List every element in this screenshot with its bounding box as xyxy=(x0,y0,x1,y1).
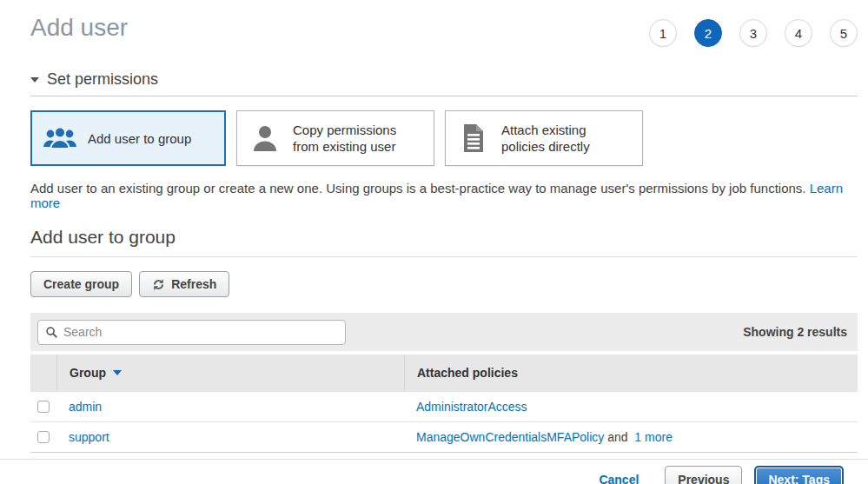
policies-cell: ManageOwnCredentialsMFAPolicy and 1 more xyxy=(404,430,858,444)
cancel-button[interactable]: Cancel xyxy=(599,473,639,484)
group-cell: admin xyxy=(56,400,404,414)
group-link[interactable]: support xyxy=(69,430,109,444)
step-5: 5 xyxy=(830,19,858,47)
page-header: Add user 1 2 3 4 5 xyxy=(0,0,868,47)
step-2-active: 2 xyxy=(694,19,722,47)
page-title: Add user xyxy=(30,14,128,42)
permission-option-cards: Add user to group Copy permissions from … xyxy=(30,110,858,166)
next-tags-label: Next: Tags xyxy=(768,473,830,484)
search-box[interactable] xyxy=(37,320,346,345)
document-icon xyxy=(456,123,491,153)
option-label: Attach existing policies directly xyxy=(501,122,632,155)
search-input[interactable] xyxy=(63,325,338,339)
chevron-down-icon xyxy=(30,77,39,83)
previous-button[interactable]: Previous xyxy=(665,466,742,484)
option-copy-permissions[interactable]: Copy permissions from existing user xyxy=(236,110,434,166)
description-text: Add user to an existing group or create … xyxy=(30,181,810,196)
next-tags-button[interactable]: Next: Tags xyxy=(754,466,844,484)
checkbox-cell xyxy=(30,431,56,443)
divider xyxy=(30,256,858,257)
divider xyxy=(30,96,858,96)
policies-cell: AdministratorAccess xyxy=(404,400,858,414)
row-checkbox[interactable] xyxy=(37,401,50,413)
user-icon xyxy=(248,123,282,153)
set-permissions-toggle[interactable]: Set permissions xyxy=(30,70,858,89)
step-4: 4 xyxy=(785,19,812,47)
group-actions: Create group Refresh xyxy=(30,271,858,297)
step-3: 3 xyxy=(739,19,767,47)
option-label: Copy permissions from existing user xyxy=(293,122,423,155)
checkbox-cell xyxy=(30,401,56,413)
table-header: Group Attached policies xyxy=(30,355,858,391)
set-permissions-title: Set permissions xyxy=(47,70,158,89)
option-label: Add user to group xyxy=(88,130,191,147)
table-bottom-border xyxy=(30,452,858,453)
header-checkbox-cell xyxy=(30,355,56,391)
table-row-support: support ManageOwnCredentialsMFAPolicy an… xyxy=(30,421,858,452)
results-count: Showing 2 results xyxy=(743,325,847,339)
policy-link[interactable]: ManageOwnCredentialsMFAPolicy xyxy=(416,430,604,444)
column-header-attached-policies: Attached policies xyxy=(404,355,858,391)
wizard-footer: Cancel Previous Next: Tags xyxy=(0,460,868,484)
group-description: Add user to an existing group or create … xyxy=(30,181,858,210)
create-group-button[interactable]: Create group xyxy=(30,271,132,297)
add-user-to-group-heading: Add user to group xyxy=(30,227,858,248)
more-policies-link[interactable]: 1 more xyxy=(634,430,673,444)
refresh-label: Refresh xyxy=(171,277,216,291)
row-checkbox[interactable] xyxy=(37,431,50,443)
step-indicator: 1 2 3 4 5 xyxy=(649,19,858,47)
policies-column-label: Attached policies xyxy=(417,366,518,380)
policy-link[interactable]: AdministratorAccess xyxy=(416,400,527,414)
table-row-admin: admin AdministratorAccess xyxy=(30,391,858,421)
create-group-label: Create group xyxy=(43,277,119,291)
search-icon xyxy=(45,326,58,339)
user-group-icon xyxy=(43,124,77,152)
refresh-icon xyxy=(152,278,165,291)
sort-descending-icon xyxy=(113,370,122,375)
table-toolbar: Showing 2 results xyxy=(30,313,858,351)
option-add-user-to-group[interactable]: Add user to group xyxy=(30,110,226,166)
column-header-group[interactable]: Group xyxy=(56,355,404,391)
group-column-label: Group xyxy=(70,366,106,380)
group-cell: support xyxy=(56,430,404,444)
refresh-button[interactable]: Refresh xyxy=(139,271,229,297)
step-1: 1 xyxy=(649,19,677,47)
option-attach-policies[interactable]: Attach existing policies directly xyxy=(445,110,643,166)
groups-table: Showing 2 results Group Attached policie… xyxy=(30,313,858,453)
policy-joiner: and xyxy=(604,430,631,444)
group-link[interactable]: admin xyxy=(69,400,102,414)
previous-label: Previous xyxy=(678,473,729,484)
